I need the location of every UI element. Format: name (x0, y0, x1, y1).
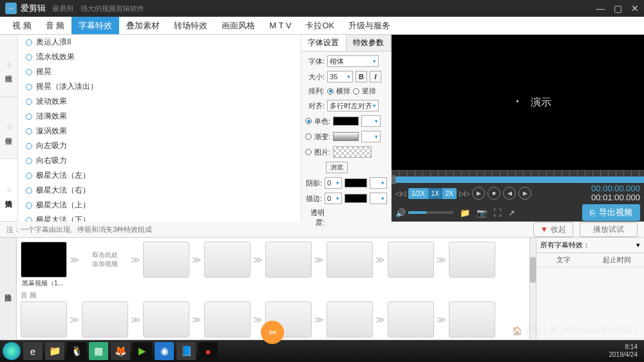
solid-color-swatch[interactable] (333, 117, 359, 126)
try-play-button[interactable]: 播放试试 (580, 222, 638, 237)
clip-empty[interactable] (143, 301, 189, 338)
taskbar-app-icon[interactable]: ▦ (89, 342, 108, 360)
color-pic-radio[interactable] (305, 149, 312, 155)
gradient-dropdown[interactable] (361, 131, 381, 142)
clip-empty[interactable] (204, 242, 251, 278)
fx-item[interactable]: 摇晃 (18, 64, 301, 79)
snapshot-icon[interactable]: 📷 (477, 208, 487, 218)
next-frame-icon[interactable]: ▷▷ (459, 189, 469, 198)
sidetab-appear[interactable]: ☆出现特效 (0, 35, 17, 97)
playhead[interactable] (392, 175, 395, 184)
start-button[interactable] (3, 342, 21, 360)
fx-item[interactable]: 波动效果 (18, 94, 301, 109)
taskbar-firefox-icon[interactable]: 🦊 (111, 342, 130, 360)
fx-item[interactable]: 极星大法（上） (18, 198, 301, 213)
timeline-ruler[interactable] (392, 170, 644, 176)
system-tray[interactable]: 8:142019/4/24 (609, 343, 642, 359)
timeline-scrollbar[interactable] (529, 238, 536, 339)
prev-frame-icon[interactable]: ◁◁ (395, 189, 406, 198)
taskbar-app-icon[interactable]: 🐧 (67, 342, 86, 360)
fx-item[interactable]: 极星大法（下） (18, 213, 301, 222)
minimize-icon[interactable]: — (596, 3, 605, 14)
maximize-icon[interactable]: ▢ (614, 3, 622, 14)
clip-empty[interactable] (388, 242, 434, 278)
settings-icon[interactable]: ↗ (508, 208, 515, 218)
italic-button[interactable]: I (370, 71, 381, 82)
gradient-swatch[interactable] (333, 132, 359, 141)
fullscreen-icon[interactable]: ⛶ (493, 208, 502, 218)
fx-item[interactable]: 涟漪效果 (18, 109, 301, 124)
taskbar-app-icon[interactable]: ◉ (155, 342, 174, 360)
collapse-button[interactable]: ▼收起 (533, 222, 573, 237)
fx-item[interactable]: 漩涡效果 (18, 124, 301, 138)
proptab-font[interactable]: 字体设置 (301, 35, 346, 51)
clip-empty[interactable] (265, 242, 312, 278)
clip-empty[interactable] (21, 301, 67, 338)
texture-swatch[interactable] (333, 146, 372, 158)
play-button[interactable]: ▶ (472, 187, 485, 200)
tab-audio[interactable]: 音 频 (39, 17, 72, 34)
fx-item[interactable]: 极星大法（右） (18, 183, 301, 198)
tab-subtitle-fx[interactable]: 字幕特效 (71, 17, 119, 34)
color-grad-radio[interactable] (305, 133, 312, 140)
taskbar-app-icon[interactable]: 📘 (176, 342, 196, 360)
tab-style[interactable]: 画面风格 (214, 17, 262, 34)
next-button[interactable]: ▶ (518, 187, 531, 200)
transition-icon[interactable]: ≫ (70, 254, 79, 265)
tab-upgrade[interactable]: 升级与服务 (341, 17, 397, 34)
sidetab-disappear[interactable]: ☆消失特效 (0, 159, 17, 222)
clip-empty[interactable] (204, 301, 251, 338)
taskbar-record-icon[interactable]: ● (198, 342, 218, 360)
clip-empty[interactable] (388, 301, 434, 338)
align-select[interactable]: 多行时左对齐 (327, 100, 379, 111)
taskbar-app-icon[interactable]: ▶ (133, 342, 152, 360)
add-video-hint[interactable]: 双击此处添加视频 (82, 242, 128, 278)
clip-black[interactable] (21, 242, 67, 278)
bold-button[interactable]: B (355, 71, 367, 82)
volume-slider[interactable] (408, 211, 453, 214)
shadow-size[interactable]: 0 (325, 177, 342, 189)
fx-panel-dropdown-icon[interactable]: ▾ (636, 241, 640, 249)
open-folder-icon[interactable]: 📁 (460, 208, 470, 218)
tab-mtv[interactable]: M T V (262, 17, 298, 34)
clip-empty[interactable] (449, 301, 495, 338)
stroke-color[interactable] (345, 194, 367, 203)
volume-icon[interactable]: 🔊 (395, 208, 406, 218)
size-select[interactable]: 35 (327, 71, 353, 82)
speed-2x[interactable]: 2X (442, 188, 457, 199)
speed-1x[interactable]: 1X (428, 188, 442, 199)
sidetab-stay[interactable]: ☆停留特效 (0, 97, 17, 160)
stroke-size[interactable]: 0 (325, 193, 342, 204)
fx-item[interactable]: 极星大法（左） (18, 168, 301, 183)
tab-overlay[interactable]: 叠加素材 (119, 17, 167, 34)
video-canvas[interactable]: ✦演示 (392, 35, 644, 170)
clip-empty[interactable] (327, 301, 373, 338)
taskbar-ie-icon[interactable]: e (23, 342, 43, 360)
fx-item[interactable]: 向右吸力 (18, 153, 301, 168)
tab-karaoke[interactable]: 卡拉OK (298, 17, 341, 34)
browse-button[interactable]: 浏览 (326, 162, 348, 173)
color-dropdown[interactable] (361, 115, 381, 127)
fx-item[interactable]: 摇晃（淡入淡出） (18, 79, 301, 94)
fx-item[interactable]: 向左吸力 (18, 138, 301, 153)
font-select[interactable]: 楷体 (327, 55, 379, 67)
close-icon[interactable]: ✕ (631, 3, 639, 14)
fx-item[interactable]: 流水线效果 (18, 50, 301, 64)
tab-video[interactable]: 视 频 (5, 17, 39, 34)
clip-empty[interactable] (143, 242, 189, 278)
color-solid-radio[interactable] (305, 118, 312, 124)
taskbar-explorer-icon[interactable]: 📁 (45, 342, 64, 360)
fx-item[interactable]: 奥运人浪II (18, 35, 301, 50)
prev-button[interactable]: ◀ (503, 187, 516, 200)
shadow-color[interactable] (345, 178, 367, 187)
effect-list[interactable]: 奥运人浪II 流水线效果 摇晃 摇晃（淡入淡出） 波动效果 涟漪效果 漩涡效果 … (18, 35, 301, 222)
tab-transition[interactable]: 转场特效 (167, 17, 214, 34)
stop-button[interactable]: ■ (488, 187, 500, 200)
progress-bar[interactable] (392, 176, 644, 183)
clip-empty[interactable] (327, 242, 373, 278)
arrange-h-radio[interactable] (327, 88, 334, 95)
video-track[interactable]: ≫ 双击此处添加视频 ≫ ≫ ≫ ≫ ≫ ≫ (21, 242, 526, 278)
speed-half[interactable]: 1/2X (408, 188, 428, 199)
proptab-fxparams[interactable]: 特效参数 (346, 35, 392, 51)
clip-empty[interactable] (82, 301, 128, 338)
